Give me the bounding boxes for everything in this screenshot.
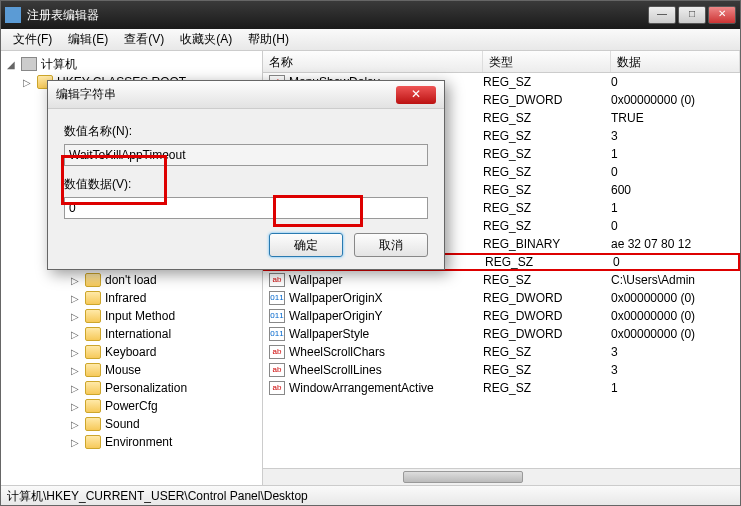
col-data[interactable]: 数据 [611,51,740,72]
cell-type: REG_BINARY [483,237,611,251]
menu-edit[interactable]: 编辑(E) [60,29,116,50]
cell-type: REG_DWORD [483,291,611,305]
menu-help[interactable]: 帮助(H) [240,29,297,50]
titlebar[interactable]: 注册表编辑器 — □ ✕ [1,1,740,29]
cell-type: REG_SZ [483,219,611,233]
expand-icon[interactable]: ▷ [69,347,81,358]
cell-name: WallpaperStyle [289,327,483,341]
value-icon: 011 [269,327,285,341]
value-name-label: 数值名称(N): [64,123,428,140]
statusbar: 计算机\HKEY_CURRENT_USER\Control Panel\Desk… [1,485,740,505]
menu-view[interactable]: 查看(V) [116,29,172,50]
value-icon: ab [269,363,285,377]
cell-data: 3 [611,129,740,143]
table-row[interactable]: 011WallpaperOriginYREG_DWORD0x00000000 (… [263,307,740,325]
menu-favorites[interactable]: 收藏夹(A) [172,29,240,50]
folder-icon [85,291,101,305]
cell-data: 0x00000000 (0) [611,327,740,341]
col-name[interactable]: 名称 [263,51,483,72]
maximize-button[interactable]: □ [678,6,706,24]
cell-data: 0 [611,165,740,179]
cell-type: REG_SZ [483,363,611,377]
folder-icon [85,327,101,341]
close-button[interactable]: ✕ [708,6,736,24]
tree-item-label[interactable]: PowerCfg [105,399,158,413]
value-icon: 011 [269,309,285,323]
tree-item-label[interactable]: Environment [105,435,172,449]
cell-data: 1 [611,201,740,215]
table-row[interactable]: abWindowArrangementActiveREG_SZ1 [263,379,740,397]
menubar: 文件(F) 编辑(E) 查看(V) 收藏夹(A) 帮助(H) [1,29,740,51]
tree-item-label[interactable]: Mouse [105,363,141,377]
cell-name: WindowArrangementActive [289,381,483,395]
minimize-button[interactable]: — [648,6,676,24]
menu-file[interactable]: 文件(F) [5,29,60,50]
value-data-input[interactable] [64,197,428,219]
cell-type: REG_DWORD [483,309,611,323]
cell-data: 600 [611,183,740,197]
tree-item-label[interactable]: Sound [105,417,140,431]
cell-data: ae 32 07 80 12 [611,237,740,251]
app-icon [5,7,21,23]
expand-icon[interactable]: ▷ [69,365,81,376]
tree-item-label[interactable]: Personalization [105,381,187,395]
cell-name: WallpaperOriginX [289,291,483,305]
folder-icon [85,399,101,413]
cell-name: Wallpaper [289,273,483,287]
scroll-thumb[interactable] [403,471,523,483]
cell-data: 0x00000000 (0) [611,291,740,305]
expand-icon[interactable]: ▷ [21,77,33,88]
folder-icon [85,309,101,323]
expand-icon[interactable]: ◢ [5,59,17,70]
computer-icon [21,57,37,71]
expand-icon[interactable]: ▷ [69,401,81,412]
expand-icon[interactable]: ▷ [69,275,81,286]
expand-icon[interactable]: ▷ [69,311,81,322]
cell-data: 1 [611,381,740,395]
horizontal-scrollbar[interactable] [263,468,740,485]
dialog-close-button[interactable]: ✕ [396,86,436,104]
value-name-input [64,144,428,166]
table-row[interactable]: abWheelScrollCharsREG_SZ3 [263,343,740,361]
expand-icon[interactable]: ▷ [69,329,81,340]
tree-item-label[interactable]: Input Method [105,309,175,323]
window-title: 注册表编辑器 [27,7,646,24]
cell-name: WheelScrollLines [289,363,483,377]
value-icon: ab [269,381,285,395]
table-row[interactable]: 011WallpaperOriginXREG_DWORD0x00000000 (… [263,289,740,307]
expand-icon[interactable]: ▷ [69,419,81,430]
cell-type: REG_SZ [483,345,611,359]
tree-item-label[interactable]: Infrared [105,291,146,305]
table-row[interactable]: abWallpaperREG_SZC:\Users\Admin [263,271,740,289]
dialog-titlebar[interactable]: 编辑字符串 ✕ [48,81,444,109]
cell-name: WheelScrollChars [289,345,483,359]
tree-item-label[interactable]: don't load [105,273,157,287]
cell-data: 0 [613,255,738,269]
dialog-title: 编辑字符串 [56,86,396,103]
cell-type: REG_SZ [483,201,611,215]
cell-data: 3 [611,363,740,377]
cell-type: REG_SZ [483,183,611,197]
table-row[interactable]: abWheelScrollLinesREG_SZ3 [263,361,740,379]
cell-data: 1 [611,147,740,161]
tree-root[interactable]: 计算机 [41,56,77,73]
cancel-button[interactable]: 取消 [354,233,428,257]
expand-icon[interactable]: ▷ [69,437,81,448]
expand-icon[interactable]: ▷ [69,293,81,304]
folder-icon [85,381,101,395]
edit-string-dialog: 编辑字符串 ✕ 数值名称(N): 数值数据(V): 确定 取消 [47,80,445,270]
cell-type: REG_DWORD [483,93,611,107]
tree-item-label[interactable]: International [105,327,171,341]
list-header[interactable]: 名称 类型 数据 [263,51,740,73]
cell-data: 0 [611,219,740,233]
ok-button[interactable]: 确定 [269,233,343,257]
table-row[interactable]: 011WallpaperStyleREG_DWORD0x00000000 (0) [263,325,740,343]
tree-item-label[interactable]: Keyboard [105,345,156,359]
cell-data: 3 [611,345,740,359]
col-type[interactable]: 类型 [483,51,611,72]
cell-data: C:\Users\Admin [611,273,740,287]
cell-type: REG_SZ [483,381,611,395]
folder-icon [85,435,101,449]
cell-data: 0 [611,75,740,89]
expand-icon[interactable]: ▷ [69,383,81,394]
